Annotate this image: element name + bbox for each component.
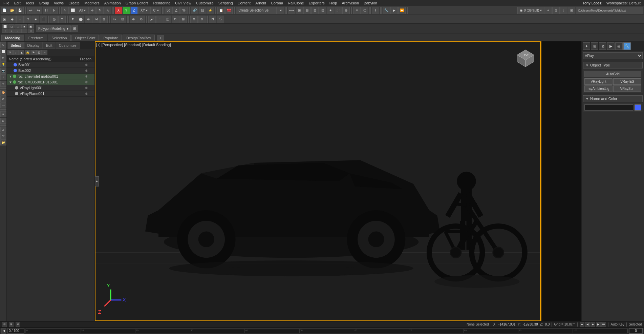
next-frame-btn[interactable]: ⏭ bbox=[601, 322, 606, 327]
menu-railclone[interactable]: RailClone bbox=[286, 1, 306, 5]
next-key-btn[interactable]: ▶ bbox=[596, 322, 601, 327]
hold-btn[interactable]: H bbox=[43, 7, 50, 14]
scene-item-vraylight001[interactable]: VRayLight001 ❄ bbox=[7, 85, 94, 91]
symmetry-btn[interactable]: ◫ bbox=[164, 16, 171, 23]
extrude-btn[interactable]: ⬆ bbox=[69, 16, 77, 23]
cmd-tab-create[interactable]: ✦ bbox=[583, 42, 590, 50]
scene-item-box001[interactable]: Box001 ❄ bbox=[7, 62, 94, 68]
scene-sort-btn[interactable]: ▲ bbox=[19, 50, 24, 55]
autogrid-btn[interactable]: AutoGrid bbox=[584, 71, 641, 77]
scene-layers-btn[interactable]: ≡ bbox=[42, 50, 47, 55]
object-type-header[interactable]: ▼ Object Type bbox=[583, 62, 643, 68]
pm-btn-3[interactable]: □ bbox=[15, 24, 21, 28]
select-region-btn[interactable]: ⬜ bbox=[69, 7, 77, 14]
cmd-tab-utilities[interactable]: 🔧 bbox=[623, 42, 631, 50]
place-highlight-btn[interactable]: ✦ bbox=[327, 7, 334, 14]
quickslice-btn[interactable]: ⊡ bbox=[119, 16, 126, 23]
scene-item-rpc-cm305[interactable]: ▼ rpc_CM305001P015001 ❄ bbox=[7, 79, 94, 85]
pm-btn-7[interactable]: ↓ bbox=[8, 29, 15, 33]
array-btn[interactable]: ⊞ bbox=[296, 7, 303, 14]
filter-dropdown[interactable]: All ▾ bbox=[77, 7, 88, 14]
percent-dropdown[interactable]: X° ▾ bbox=[150, 7, 161, 14]
connect-btn[interactable]: ⊠ bbox=[100, 16, 108, 23]
menu-graph-editors[interactable]: Graph Editors bbox=[124, 1, 151, 5]
menu-help[interactable]: Help bbox=[327, 1, 339, 5]
menu-content[interactable]: Content bbox=[236, 1, 253, 5]
curve-editor-btn[interactable]: ⌇ bbox=[372, 7, 379, 14]
menu-exporters[interactable]: Exporters bbox=[307, 1, 327, 5]
viewport-area[interactable]: [+] [Perspective] [Standard] [Default Sh… bbox=[95, 41, 541, 321]
menu-corona[interactable]: Corona bbox=[269, 1, 285, 5]
poly-face-btn[interactable]: ■ bbox=[32, 16, 39, 23]
save-file-btn[interactable]: 💾 bbox=[16, 7, 24, 14]
status-icon-1[interactable]: ⊟ bbox=[2, 322, 7, 327]
lt-light-btn[interactable]: 💡 bbox=[0, 61, 6, 67]
tab-designtoolbox[interactable]: DesignToolBox bbox=[123, 35, 155, 41]
render-btn-a[interactable]: + bbox=[544, 7, 552, 14]
lt-arrow-btn[interactable]: ↖ bbox=[0, 42, 6, 48]
percent-snap-btn[interactable]: % bbox=[180, 7, 188, 14]
cmd-tab-display[interactable]: ◎ bbox=[615, 42, 623, 50]
timeline-track[interactable]: 0 10 20 30 40 50 60 70 80 90 100 bbox=[26, 329, 628, 333]
menu-modifiers[interactable]: Modifiers bbox=[82, 1, 102, 5]
layer-manager-btn[interactable]: ≡ bbox=[353, 7, 361, 14]
vrayies-btn[interactable]: VRayIES bbox=[613, 78, 641, 85]
preserve-btn[interactable]: ⊞ bbox=[179, 16, 187, 23]
select-object-btn[interactable]: ↖ bbox=[61, 7, 69, 14]
lt-grid-btn[interactable]: ⊞ bbox=[0, 118, 6, 124]
editable-poly-btn[interactable]: ▣ bbox=[1, 16, 8, 23]
weld-btn[interactable]: ⊕ bbox=[130, 16, 137, 23]
tab-object-paint[interactable]: Object Paint bbox=[71, 35, 99, 41]
tab-modeling[interactable]: Modeling bbox=[1, 35, 24, 41]
lt-funnel-btn[interactable]: ▽ bbox=[0, 133, 6, 139]
menu-arnold[interactable]: Arnold bbox=[253, 1, 268, 5]
render-btn-b[interactable]: ⊝ bbox=[552, 7, 560, 14]
xyz-y-btn[interactable]: Y bbox=[123, 7, 130, 14]
selection-shrink-btn[interactable]: ⊖ bbox=[198, 16, 206, 23]
lt-folder-btn[interactable]: 📁 bbox=[0, 139, 6, 145]
ribbon-btn[interactable]: 🎀 bbox=[225, 7, 233, 14]
schematic-view-btn[interactable]: ⬡ bbox=[361, 7, 368, 14]
lt-camera-btn[interactable]: 📷 bbox=[0, 68, 6, 74]
lt-move-btn[interactable]: ✛ bbox=[0, 81, 6, 87]
scene-tab-display[interactable]: Display bbox=[24, 42, 43, 49]
redo-btn[interactable]: ↪ bbox=[35, 7, 42, 14]
menu-civil-view[interactable]: Civil View bbox=[173, 1, 193, 5]
menu-customize[interactable]: Customize bbox=[194, 1, 216, 5]
status-icon-2[interactable]: ⊞ bbox=[9, 322, 14, 327]
viewport-toggle-btn[interactable]: ▶ bbox=[95, 176, 99, 186]
open-file-btn[interactable]: 📂 bbox=[8, 7, 16, 14]
render-btn-d[interactable]: ⊞ bbox=[568, 7, 575, 14]
link-btn[interactable]: 🔗 bbox=[191, 7, 198, 14]
normal-align-btn[interactable]: ⊡ bbox=[319, 7, 326, 14]
time-input[interactable] bbox=[629, 328, 643, 334]
loop-btn[interactable]: ◎ bbox=[50, 16, 58, 23]
align-camera-btn[interactable]: 🎥 bbox=[335, 7, 342, 14]
border-btn[interactable]: □ bbox=[24, 16, 31, 23]
rotate-btn[interactable]: ↻ bbox=[96, 7, 104, 14]
scene-lock-btn[interactable]: 🔒 bbox=[25, 50, 30, 55]
generate-btn[interactable]: ⟳ bbox=[172, 16, 179, 23]
vraysun-btn[interactable]: VRaySun bbox=[613, 85, 641, 92]
user-menu[interactable]: Tony Lopez bbox=[580, 1, 603, 5]
menu-views[interactable]: Views bbox=[52, 1, 66, 5]
render-last-btn[interactable]: ⏪ bbox=[398, 7, 406, 14]
menu-archvision[interactable]: Archvision bbox=[340, 1, 361, 5]
lt-custom-btn[interactable]: ⊞ bbox=[0, 55, 6, 61]
workspace-menu[interactable]: Workspaces: Default bbox=[604, 1, 643, 5]
lt-obj-btn[interactable]: ⬜ bbox=[0, 48, 6, 55]
scene-tab-edit[interactable]: Edit bbox=[43, 42, 56, 49]
menu-file[interactable]: File bbox=[1, 1, 12, 5]
scene-eye-btn[interactable]: 👁 bbox=[30, 50, 36, 55]
menu-edit[interactable]: Edit bbox=[12, 1, 23, 5]
ring-btn[interactable]: ⊙ bbox=[58, 16, 66, 23]
element-btn[interactable]: ⬛ bbox=[40, 16, 47, 23]
pm-btn-6[interactable]: ↑ bbox=[2, 29, 8, 33]
render-setup-btn[interactable]: 🔧 bbox=[383, 7, 390, 14]
bevel-btn[interactable]: ⬤ bbox=[77, 16, 84, 23]
scene-item-vrayplane001[interactable]: VRayPlane001 ❄ bbox=[7, 91, 94, 97]
cmd-tab-hierarchy[interactable]: ⊠ bbox=[599, 42, 606, 50]
smooth-btn[interactable]: S bbox=[217, 16, 224, 23]
render-preset-dropdown[interactable]: ◉ 0 (default) ▾ bbox=[517, 7, 544, 14]
lt-paint-btn[interactable]: 🎨 bbox=[0, 90, 6, 96]
